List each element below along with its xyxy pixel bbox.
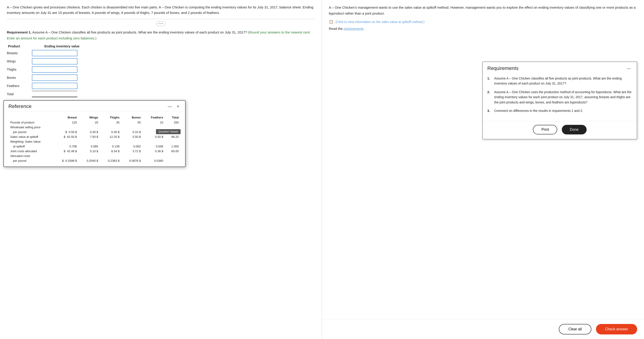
product-row-total: Total xyxy=(7,91,315,97)
input-wings[interactable] xyxy=(32,58,78,65)
print-button[interactable]: Print xyxy=(533,125,557,134)
intro-text: A – One Chicken's management wants to us… xyxy=(329,5,637,16)
ref-row-pounds: Pounds of product 125 25 35 55 10 250 xyxy=(8,120,180,125)
ref-cell-atsplitoff-label: at splitoff xyxy=(8,144,53,149)
ref-row-at-splitoff: at splitoff 0.708 0.085 0.139 0.062 0.00… xyxy=(8,144,180,149)
input-thighs[interactable] xyxy=(32,66,78,73)
ref-cell-alloc-total xyxy=(165,158,180,163)
req-text-3: Comment on differences in the results in… xyxy=(494,108,583,113)
ref-row-wsp-label: Wholesale selling price xyxy=(8,125,180,130)
ref-col-h4: Bones xyxy=(122,115,143,120)
ref-cell-perpound-breast: $ 0.50 $ xyxy=(53,130,79,134)
ref-cell-pounds-bones: 55 xyxy=(122,120,143,125)
modal-body: Question Viewer Breast Wings Thighs Bone… xyxy=(4,111,185,167)
ref-cell-atsplitoff-breast: 0.708 xyxy=(53,144,79,149)
input-breasts[interactable] xyxy=(32,50,78,56)
requirements-link[interactable]: requirements xyxy=(344,27,364,31)
divider-dots: • • • xyxy=(156,22,166,26)
col-product-header: Product xyxy=(8,45,26,48)
ref-row-weight-label: Weighting: Sales Value xyxy=(8,139,180,144)
req-num-3: 3. xyxy=(487,108,492,113)
input-bones[interactable] xyxy=(32,75,78,81)
ref-cell-pounds-thighs: 35 xyxy=(100,120,122,125)
book-icon: 📋 xyxy=(329,20,334,24)
ref-cell-perpound-label: per pound xyxy=(8,130,53,134)
ref-cell-atsplitoff-bones: 0.062 xyxy=(122,144,143,149)
req-text-2: Assume A – One Chicken uses the producti… xyxy=(494,90,632,105)
check-answer-button[interactable]: Check answer xyxy=(596,324,637,334)
req-modal-body: 1. Assume A – One Chicken classifies all… xyxy=(483,74,637,121)
modal-minimize-button[interactable]: — xyxy=(166,104,173,109)
done-button[interactable]: Done xyxy=(562,125,586,134)
ref-cell-atsplitoff-thighs: 0.139 xyxy=(100,144,122,149)
ref-row-alloc-label: Allocated costs xyxy=(8,154,180,158)
ref-cell-pounds-total: 250 xyxy=(165,120,180,125)
ref-cell-weight-label: Weighting: Sales Value xyxy=(8,139,180,144)
req-num-2: 2. xyxy=(487,90,492,105)
modal-header: Reference — × xyxy=(4,101,185,111)
req-modal-minimize-button[interactable]: — xyxy=(625,66,632,71)
right-panel: A – One Chicken's management wants to us… xyxy=(322,0,644,339)
ref-row-sales-splitoff: Sales value at splitoff $ 62.50 $ 7.50 $… xyxy=(8,134,180,139)
ref-cell-atsplitoff-total: 1.000 xyxy=(165,144,180,149)
ref-col-h6: Total xyxy=(165,115,180,120)
ref-cell-joint-label: Joint costs allocated xyxy=(8,149,53,154)
label-bones: Bones xyxy=(7,76,27,80)
ref-cell-alloc-label: Allocated costs xyxy=(8,154,180,158)
ref-row-alloc-perpound: per pound $ 0.3398 $ 0.2040 $ 0.2383 $ 0… xyxy=(8,158,180,163)
ref-cell-sales-wings: 7.50 $ xyxy=(79,134,100,139)
ref-cell-alloc-wings: 0.2040 $ xyxy=(79,158,100,163)
read-text: Read the xyxy=(329,27,343,31)
ref-cell-pounds-wings: 25 xyxy=(79,120,100,125)
req-modal-title: Requirements xyxy=(487,65,518,71)
ref-cell-joint-total: 60.00 xyxy=(165,149,180,154)
bottom-actions: Clear all Check answer xyxy=(322,319,644,339)
product-row-bones: Bones xyxy=(7,75,315,81)
req-item-2: 2. Assume A – One Chicken uses the produ… xyxy=(487,90,632,105)
ref-cell-sales-thighs: 12.25 $ xyxy=(100,134,122,139)
ref-cell-sales-bones: 5.50 $ xyxy=(122,134,143,139)
ref-cell-joint-wings: 5.10 $ xyxy=(79,149,100,154)
ref-table-header-row: Breast Wings Thighs Bones Feathers Total xyxy=(8,115,180,120)
ref-cell-perpound-bones: 0.10 $ xyxy=(122,130,143,134)
table-header: Product Ending inventory value xyxy=(7,45,315,48)
req-item-1: 1. Assume A – One Chicken classifies all… xyxy=(487,76,632,86)
clear-all-button[interactable]: Clear all xyxy=(559,324,592,334)
label-feathers: Feathers xyxy=(7,84,27,88)
reference-table: Breast Wings Thighs Bones Feathers Total… xyxy=(8,115,180,163)
question-intro-text: A – One Chicken grows and processes chic… xyxy=(7,5,315,16)
ref-cell-sales-total: 88.25 xyxy=(165,134,180,139)
ref-cell-alloc-breast: $ 0.3398 $ xyxy=(53,158,79,163)
ref-cell-alloc-feathers: 0.0360 xyxy=(142,158,165,163)
ref-cell-sales-breast: $ 62.50 $ xyxy=(53,134,79,139)
req1-body: Assume A – One Chicken classifies all fi… xyxy=(32,30,247,34)
input-feathers[interactable] xyxy=(32,83,78,89)
ref-row-joint-costs: Joint costs allocated $ 42.48 $ 5.10 $ 8… xyxy=(8,149,180,154)
read-requirements-row: Read the requirements . xyxy=(329,27,637,31)
col-value-header: Ending inventory value xyxy=(44,45,90,48)
ref-cell-pounds-label: Pounds of product xyxy=(8,120,53,125)
ref-cell-perpound-thighs: 0.35 $ xyxy=(100,130,122,134)
modal-controls: — × xyxy=(166,104,180,109)
ref-cell-pounds-feathers: 10 xyxy=(142,120,165,125)
ref-cell-joint-feathers: 0.36 $ xyxy=(142,149,165,154)
inventory-table-section: Product Ending inventory value Breasts W… xyxy=(7,45,315,97)
ref-col-h3: Thighs xyxy=(100,115,122,120)
ref-cell-atsplitoff-feathers: 0.006 xyxy=(142,144,165,149)
ref-cell-pounds-breast: 125 xyxy=(53,120,79,125)
ref-cell-alloc-perpound-label: per pound xyxy=(8,158,53,163)
ref-col-h0 xyxy=(8,115,53,120)
ref-row-per-pound: per pound $ 0.50 $ 0.30 $ 0.35 $ 0.10 $ … xyxy=(8,130,180,134)
requirements-list: 1. Assume A – One Chicken classifies all… xyxy=(487,76,632,113)
req-item-3: 3. Comment on differences in the results… xyxy=(487,108,632,113)
requirements-modal: Requirements — 1. Assume A – One Chicken… xyxy=(482,62,637,139)
ref-cell-sales-label: Sales value at splitoff xyxy=(8,134,53,139)
req1-label: Requirement 1. xyxy=(7,30,32,34)
label-thighs: Thighs xyxy=(7,68,27,71)
ref-cell-joint-thighs: 8.34 $ xyxy=(100,149,122,154)
input-total[interactable] xyxy=(32,91,78,97)
click-info-text[interactable]: (Click to view information on the sales … xyxy=(336,20,424,24)
product-row-thighs: Thighs xyxy=(7,66,315,73)
modal-close-button[interactable]: × xyxy=(175,104,180,109)
ref-cell-joint-bones: 3.72 $ xyxy=(122,149,143,154)
